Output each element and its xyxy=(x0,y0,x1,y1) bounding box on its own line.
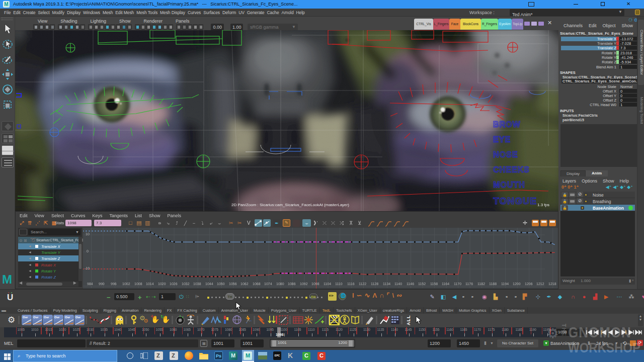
svg-text:MOUTH: MOUTH xyxy=(493,180,525,189)
svg-text:BROW: BROW xyxy=(493,120,521,129)
svg-text:EYE: EYE xyxy=(493,135,511,144)
svg-text:CHEEKS: CHEEKS xyxy=(493,165,530,174)
svg-text:NOSE: NOSE xyxy=(493,150,518,159)
svg-text:2D Pan/Zoom : Sicarius:cam_Si: 2D Pan/Zoom : Sicarius:cam_Sicarius_Face… xyxy=(231,203,349,207)
svg-text:1.3 fps: 1.3 fps xyxy=(537,203,549,207)
svg-text:TONGUE: TONGUE xyxy=(493,196,537,206)
